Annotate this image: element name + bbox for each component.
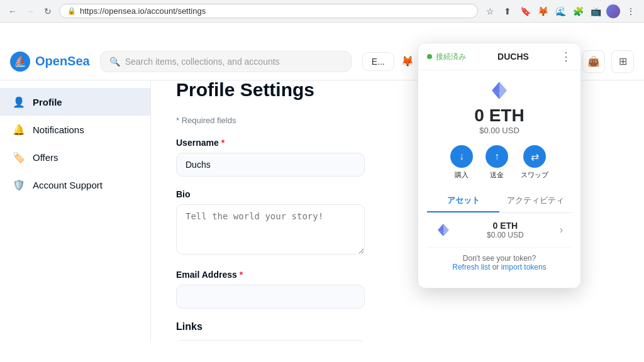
sidebar-item-label: Offers xyxy=(33,152,58,163)
mm-actions: ↓ 購入 ↑ 送金 ⇄ スワップ xyxy=(427,145,572,180)
sidebar-item-label: Profile xyxy=(33,97,62,107)
star-button[interactable]: ☆ xyxy=(483,4,497,18)
mm-footer: Don't see your token? Refresh list or im… xyxy=(427,248,572,278)
required-star-email: * xyxy=(240,270,243,280)
profile-avatar xyxy=(606,4,620,18)
asset-usd: $0.00 USD xyxy=(457,231,553,239)
import-tokens-link[interactable]: import tokens xyxy=(501,263,547,272)
bell-icon: 🔔 xyxy=(13,123,25,136)
opensea-ext-icon[interactable]: 🌊 xyxy=(553,4,567,18)
mm-send-button[interactable]: ↑ 送金 xyxy=(486,145,508,180)
mm-tabs: アセット アクティビティ xyxy=(427,190,572,213)
search-placeholder: Search items, collections, and accounts xyxy=(125,57,280,67)
logo-text: OpenSea xyxy=(35,54,90,69)
links-section: Links 𝕏 📷 xyxy=(176,321,619,342)
asset-name: 0 ETH xyxy=(457,221,553,231)
sidebar-item-label: Notifications xyxy=(33,124,84,135)
bio-textarea[interactable] xyxy=(176,204,365,255)
mm-tab-activity[interactable]: アクティビティ xyxy=(499,190,572,212)
swap-icon: ⇄ xyxy=(523,145,546,168)
svg-marker-0 xyxy=(499,82,507,94)
metamask-popup: 接続済み DUCHS ⋮ 0 ETH $0.00 USD ↓ 購入 ↑ 送金 xyxy=(418,43,581,288)
eth-logo xyxy=(489,80,509,101)
lock-icon: 🔒 xyxy=(67,7,76,15)
mm-swap-button[interactable]: ⇄ スワップ xyxy=(521,145,548,180)
twitter-row: 𝕏 xyxy=(176,340,365,342)
mm-connected-status: 接続済み xyxy=(427,52,466,62)
sidebar-item-account-support[interactable]: 🛡️ Account Support xyxy=(0,171,150,199)
dont-see-text: Don't see your token? xyxy=(463,254,536,263)
search-icon: 🔍 xyxy=(109,57,120,67)
mm-connected-label: 接続済み xyxy=(436,52,466,62)
required-star: * xyxy=(221,138,225,148)
wallet-button[interactable]: E... xyxy=(362,52,394,71)
reload-button[interactable]: ↻ xyxy=(42,5,54,18)
sidebar: SETTINGS 👤 Profile 🔔 Notifications 🏷️ Of… xyxy=(0,60,151,342)
metamask-ext-icon[interactable]: 🦊 xyxy=(536,4,550,18)
menu-button[interactable]: ⋮ xyxy=(624,4,638,18)
cast-icon[interactable]: 📺 xyxy=(589,4,602,18)
send-icon: ↑ xyxy=(486,145,508,168)
eth-small-icon xyxy=(436,222,451,238)
profile-icon: 👤 xyxy=(13,96,25,108)
links-label: Links xyxy=(176,321,619,332)
refresh-list-link[interactable]: Refresh list xyxy=(452,263,490,272)
username-input[interactable] xyxy=(176,153,365,177)
send-label: 送金 xyxy=(490,170,504,180)
bookmark-button[interactable]: 🔖 xyxy=(518,4,532,18)
mm-body: 0 ETH $0.00 USD ↓ 購入 ↑ 送金 ⇄ スワップ アセット アク… xyxy=(418,70,580,288)
tag-icon: 🏷️ xyxy=(13,151,25,163)
svg-marker-4 xyxy=(443,224,449,233)
mm-more-button[interactable]: ⋮ xyxy=(560,50,572,63)
chevron-right-icon: › xyxy=(560,224,563,236)
forward-button[interactable]: → xyxy=(24,5,36,18)
shield-icon: 🛡️ xyxy=(13,178,25,191)
sidebar-item-profile[interactable]: 👤 Profile xyxy=(0,88,150,116)
search-bar[interactable]: 🔍 Search items, collections, and account… xyxy=(100,51,352,72)
opensea-logo: ⛵ OpenSea xyxy=(10,52,90,72)
browser-actions: ☆ ⬆ 🔖 🦊 🌊 🧩 📺 ⋮ xyxy=(483,4,638,18)
sidebar-item-offers[interactable]: 🏷️ Offers xyxy=(0,143,150,171)
wallet-icon-button[interactable]: 👜 xyxy=(582,50,605,73)
metamask-icon[interactable]: 🦊 xyxy=(401,55,414,69)
mm-header: 接続済み DUCHS ⋮ xyxy=(418,43,580,70)
mm-account-name: DUCHS xyxy=(497,52,529,62)
puzzle-icon[interactable]: 🧩 xyxy=(571,4,585,18)
mm-buy-button[interactable]: ↓ 購入 xyxy=(450,145,473,180)
sidebar-item-notifications[interactable]: 🔔 Notifications xyxy=(0,116,150,143)
logo-icon: ⛵ xyxy=(10,52,30,72)
buy-icon: ↓ xyxy=(450,145,473,168)
usd-amount: $0.00 USD xyxy=(427,126,572,135)
mm-connected-dot xyxy=(427,54,432,59)
back-button[interactable]: ← xyxy=(6,5,19,18)
browser-chrome: ← → ↻ 🔒 https://opensea.io/account/setti… xyxy=(0,0,644,23)
eth-amount: 0 ETH xyxy=(427,106,572,126)
mm-asset-eth[interactable]: 0 ETH $0.00 USD › xyxy=(427,213,572,248)
url-text: https://opensea.io/account/settings xyxy=(80,6,206,16)
grid-icon-button[interactable]: ⊞ xyxy=(611,50,634,73)
wallet-label: E... xyxy=(372,57,385,67)
svg-marker-1 xyxy=(492,82,499,94)
sidebar-item-label: Account Support xyxy=(33,180,103,190)
or-text: or xyxy=(492,263,499,272)
mm-tab-assets[interactable]: アセット xyxy=(427,190,499,212)
address-bar[interactable]: 🔒 https://opensea.io/account/settings xyxy=(59,4,478,18)
buy-label: 購入 xyxy=(455,170,469,180)
asset-info: 0 ETH $0.00 USD xyxy=(457,221,553,239)
email-input[interactable] xyxy=(176,285,365,309)
profile-menu-button[interactable] xyxy=(606,4,620,18)
swap-label: スワップ xyxy=(521,170,548,180)
svg-marker-5 xyxy=(438,224,443,233)
share-button[interactable]: ⬆ xyxy=(501,4,514,18)
